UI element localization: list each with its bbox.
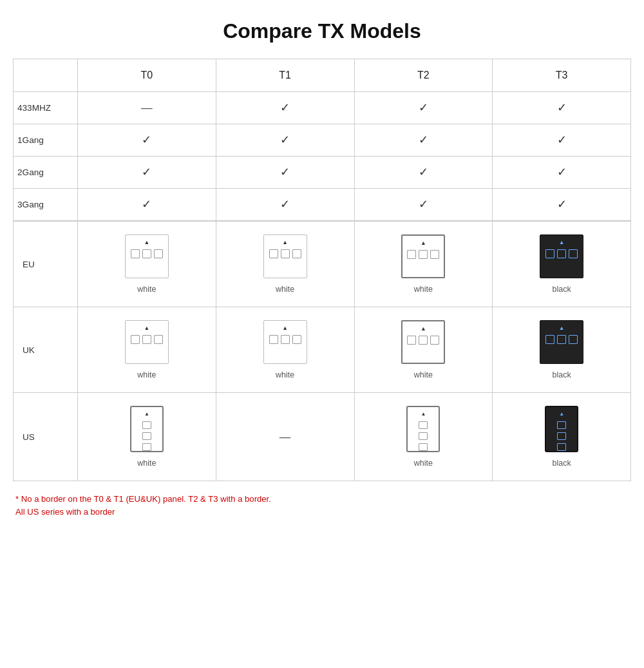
btn2-uk-t0 [142,335,151,344]
buttons-eu-t1 [269,249,301,258]
cell-t3-433mhz: ✓ [493,92,631,124]
btn3-uk-t0 [154,335,163,344]
cell-t1-3gang: ✓ [216,189,354,222]
col-header-t3: T3 [493,59,631,92]
switch-us-t0: ▲ white [82,399,212,474]
cell-t0-3gang: ✓ [78,189,216,222]
btn2-eu-t2 [419,250,428,259]
cell-eu-t0: ▲ white [78,221,216,307]
btn1-uk-t3 [545,335,554,344]
buttons-uk-t3 [545,335,578,344]
btn1-uk-t0 [131,335,140,344]
switch-color-uk-t2: white [414,370,433,379]
switch-color-eu-t0: white [137,285,156,294]
wifi-icon-us-t0: ▲ [144,411,149,417]
switch-color-eu-t3: black [553,285,571,294]
row-uk: UK ▲ white [14,307,631,393]
cell-t1-1gang: ✓ [216,124,354,157]
btn3-us-t3 [557,443,566,451]
switch-uk-t0: ▲ white [82,314,212,386]
cell-uk-t0: ▲ white [78,307,216,393]
btn3-uk-t1 [292,335,301,344]
switch-image-us-t3: ▲ [545,406,578,452]
btn2-us-t2 [419,432,428,440]
cell-us-t0: ▲ white [78,393,216,481]
us-t1-unavailable: — [279,430,291,443]
switch-us-t2: ▲ white [359,399,489,474]
switch-image-uk-t2: ▲ [401,320,445,364]
cell-eu-t1: ▲ white [216,221,354,307]
cell-uk-t1: ▲ white [216,307,354,393]
switch-color-uk-t0: white [137,370,156,379]
wifi-icon-us-t2: ▲ [421,411,426,417]
cell-eu-t2: ▲ white [354,221,493,307]
cell-t0-1gang: ✓ [78,124,216,157]
cell-uk-t3: ▲ black [493,307,631,393]
cell-t3-1gang: ✓ [493,124,631,157]
btn1-eu-t0 [131,249,140,258]
btn2-eu-t0 [142,249,151,258]
row-eu: EU ▲ white [14,221,631,307]
buttons-uk-t0 [131,335,163,344]
btn2-uk-t2 [419,336,428,345]
wifi-icon-uk-t1: ▲ [282,325,288,331]
btn2-uk-t3 [557,335,566,344]
btn2-eu-t3 [557,249,566,258]
btn3-eu-t3 [569,249,578,258]
row-1gang: 1Gang ✓ ✓ ✓ ✓ [14,124,631,157]
cell-t1-433mhz: ✓ [216,92,354,124]
row-us: US ▲ white — [14,393,631,481]
page-title: Compare TX Models [13,19,631,43]
btn1-uk-t1 [269,335,278,344]
wifi-icon-uk-t0: ▲ [144,325,150,331]
btn1-uk-t2 [407,336,416,345]
wifi-icon-eu-t3: ▲ [559,239,565,245]
switch-image-eu-t1: ▲ [263,234,307,278]
btn1-us-t0 [142,421,151,429]
wifi-icon-uk-t2: ▲ [421,325,426,332]
cell-us-t3: ▲ black [493,393,631,481]
btn3-eu-t0 [154,249,163,258]
btn1-eu-t1 [269,249,278,258]
col-header-t1: T1 [216,59,354,92]
wifi-icon-uk-t3: ▲ [559,325,565,331]
switch-us-t3: ▲ black [497,399,627,474]
switch-image-uk-t1: ▲ [263,320,307,364]
switch-color-us-t3: black [553,459,571,468]
col-header-t0: T0 [78,59,216,92]
cell-us-t1: — [216,393,354,481]
switch-image-us-t2: ▲ [406,406,440,452]
btn2-us-t3 [557,432,566,440]
comparison-table: T0 T1 T2 T3 433MHZ — ✓ ✓ ✓ 1Gang ✓ ✓ ✓ ✓… [13,59,631,481]
btn1-eu-t2 [407,250,416,259]
buttons-uk-t1 [269,335,301,344]
feature-label-3gang: 3Gang [14,189,78,222]
feature-label-433mhz: 433MHZ [14,92,78,124]
switch-image-eu-t2: ▲ [401,234,445,278]
buttons-uk-t2 [407,336,439,345]
row-2gang: 2Gang ✓ ✓ ✓ ✓ [14,157,631,189]
btn1-us-t2 [419,421,428,429]
switch-image-eu-t0: ▲ [125,234,169,278]
switch-eu-t1: ▲ white [220,228,350,300]
cell-uk-t2: ▲ white [354,307,493,393]
region-eu-label: EU [14,221,78,307]
btn3-us-t2 [419,443,428,451]
switch-color-uk-t3: black [553,370,571,379]
btn3-eu-t2 [430,250,439,259]
btn2-uk-t1 [281,335,290,344]
switch-eu-t2: ▲ white [359,228,489,300]
switch-uk-t3: ▲ black [497,314,627,386]
btn3-uk-t2 [430,336,439,345]
cell-t3-2gang: ✓ [493,157,631,189]
col-header-t2: T2 [354,59,493,92]
buttons-eu-t0 [131,249,163,258]
footnote-line1: * No a border on the T0 & T1 (EU&UK) pan… [15,493,631,506]
switch-image-uk-t3: ▲ [540,320,583,364]
cell-t0-2gang: ✓ [78,157,216,189]
cell-us-t2: ▲ white [354,393,493,481]
switch-color-eu-t1: white [276,285,294,294]
cell-t2-433mhz: ✓ [354,92,493,124]
switch-eu-t3: ▲ black [497,228,627,300]
footnote: * No a border on the T0 & T1 (EU&UK) pan… [13,493,631,518]
